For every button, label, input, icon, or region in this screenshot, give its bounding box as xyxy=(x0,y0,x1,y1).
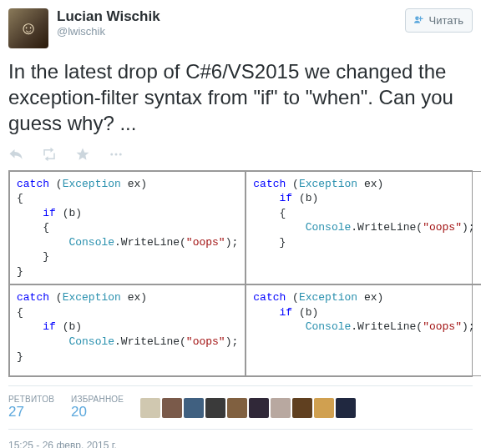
avatar[interactable]: ☺ xyxy=(8,8,48,48)
retweet-count[interactable]: РЕТВИТОВ 27 xyxy=(8,395,54,420)
tweet-text: In the latest drop of C#6/VS2015 we chan… xyxy=(8,58,473,137)
retweets-label: РЕТВИТОВ xyxy=(8,395,54,404)
favoriter-avatars xyxy=(140,398,356,418)
favorite-count[interactable]: ИЗБРАННОЕ 20 xyxy=(71,395,124,420)
favoriter-avatar[interactable] xyxy=(292,398,312,418)
more-icon[interactable] xyxy=(109,147,124,162)
retweets-value: 27 xyxy=(8,404,54,420)
favoriter-avatar[interactable] xyxy=(162,398,182,418)
retweet-icon[interactable] xyxy=(42,147,57,162)
favoriter-avatar[interactable] xyxy=(249,398,269,418)
follow-user-icon xyxy=(414,13,426,28)
favoriter-avatar[interactable] xyxy=(140,398,160,418)
code-cell-top-left: catch (Exception ex) { if (b) { Console.… xyxy=(9,171,246,285)
favoriter-avatar[interactable] xyxy=(336,398,356,418)
favorites-label: ИЗБРАННОЕ xyxy=(71,395,124,404)
favorites-value: 20 xyxy=(71,404,124,420)
svg-point-0 xyxy=(110,153,113,155)
reply-icon[interactable] xyxy=(8,147,23,162)
code-cell-bottom-left: catch (Exception ex) { if (b) Console.Wr… xyxy=(9,284,246,376)
svg-point-2 xyxy=(119,153,122,155)
display-name[interactable]: Lucian Wischik xyxy=(57,8,405,25)
follow-button[interactable]: Читать xyxy=(405,8,473,33)
favoriter-avatar[interactable] xyxy=(227,398,247,418)
favoriter-avatar[interactable] xyxy=(314,398,334,418)
code-cell-top-right: catch (Exception ex) if (b) { Console.Wr… xyxy=(246,171,481,285)
stats-bar: РЕТВИТОВ 27 ИЗБРАННОЕ 20 xyxy=(8,385,473,430)
follow-button-label: Читать xyxy=(429,14,463,27)
favoriter-avatar[interactable] xyxy=(271,398,291,418)
tweet-actions xyxy=(8,147,473,162)
favoriter-avatar[interactable] xyxy=(184,398,204,418)
handle[interactable]: @lwischik xyxy=(57,25,405,38)
timestamp[interactable]: 15:25 - 26 февр. 2015 г. xyxy=(8,440,473,448)
code-cell-bottom-right: catch (Exception ex) if (b) Console.Writ… xyxy=(246,284,481,376)
favorite-icon[interactable] xyxy=(75,147,90,162)
favoriter-avatar[interactable] xyxy=(205,398,225,418)
svg-point-1 xyxy=(115,153,118,155)
code-grid: catch (Exception ex) { if (b) { Console.… xyxy=(8,170,473,378)
